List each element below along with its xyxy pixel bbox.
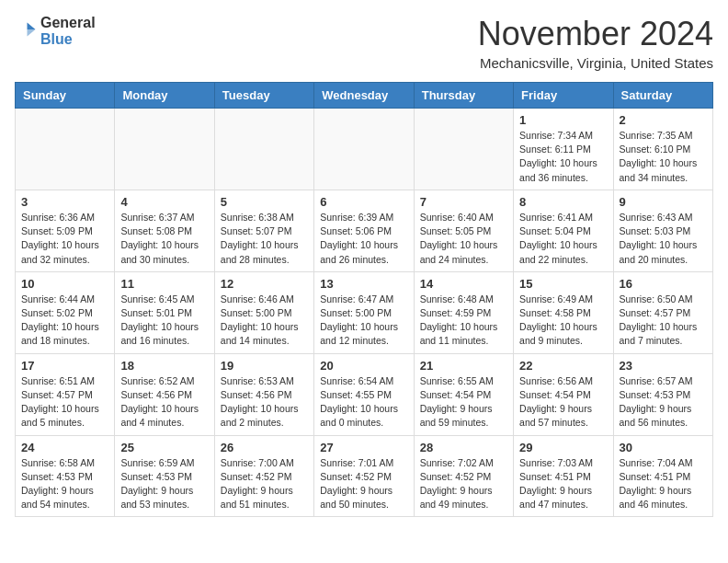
day-info: Sunrise: 7:34 AMSunset: 6:11 PMDaylight:…	[519, 129, 607, 185]
month-title: November 2024	[478, 15, 713, 53]
logo-general: General	[40, 15, 96, 31]
calendar-cell: 10Sunrise: 6:44 AMSunset: 5:02 PMDayligh…	[16, 271, 115, 353]
day-info: Sunrise: 6:37 AMSunset: 5:08 PMDaylight:…	[120, 211, 208, 267]
calendar-cell: 20Sunrise: 6:54 AMSunset: 4:55 PMDayligh…	[314, 353, 414, 435]
calendar-cell: 13Sunrise: 6:47 AMSunset: 5:00 PMDayligh…	[314, 271, 414, 353]
calendar-cell: 29Sunrise: 7:03 AMSunset: 4:51 PMDayligh…	[514, 435, 613, 517]
logo-blue: Blue	[40, 31, 96, 48]
svg-marker-0	[28, 22, 36, 29]
location: Mechanicsville, Virginia, United States	[478, 55, 713, 71]
calendar-cell: 2Sunrise: 7:35 AMSunset: 6:10 PMDaylight…	[613, 109, 712, 190]
day-info: Sunrise: 6:47 AMSunset: 5:00 PMDaylight:…	[320, 293, 407, 349]
title-section: November 2024 Mechanicsville, Virginia, …	[478, 15, 713, 71]
day-info: Sunrise: 7:00 AMSunset: 4:52 PMDaylight:…	[221, 456, 308, 512]
calendar-cell: 28Sunrise: 7:02 AMSunset: 4:52 PMDayligh…	[414, 435, 513, 517]
day-info: Sunrise: 6:45 AMSunset: 5:01 PMDaylight:…	[120, 293, 208, 349]
day-number: 14	[420, 277, 507, 291]
weekday-saturday: Saturday	[613, 83, 712, 109]
day-number: 26	[221, 441, 308, 454]
calendar-cell	[214, 109, 313, 190]
day-info: Sunrise: 7:02 AMSunset: 4:52 PMDaylight:…	[420, 456, 507, 512]
day-info: Sunrise: 6:43 AMSunset: 5:03 PMDaylight:…	[620, 211, 707, 267]
day-info: Sunrise: 6:49 AMSunset: 4:58 PMDaylight:…	[519, 293, 607, 349]
calendar-cell	[414, 109, 513, 190]
day-number: 6	[320, 195, 407, 209]
weekday-sunday: Sunday	[16, 83, 115, 109]
calendar-cell: 16Sunrise: 6:50 AMSunset: 4:57 PMDayligh…	[613, 271, 712, 353]
day-info: Sunrise: 6:56 AMSunset: 4:54 PMDaylight:…	[519, 374, 607, 431]
day-number: 20	[320, 359, 407, 373]
day-info: Sunrise: 6:38 AMSunset: 5:07 PMDaylight:…	[221, 211, 308, 267]
day-number: 7	[420, 195, 507, 209]
calendar-cell: 11Sunrise: 6:45 AMSunset: 5:01 PMDayligh…	[115, 271, 214, 353]
day-info: Sunrise: 6:46 AMSunset: 5:00 PMDaylight:…	[221, 293, 308, 349]
day-info: Sunrise: 6:57 AMSunset: 4:53 PMDaylight:…	[620, 374, 707, 431]
day-number: 3	[21, 195, 108, 209]
calendar-table: SundayMondayTuesdayWednesdayThursdayFrid…	[15, 82, 713, 517]
logo-icon	[15, 18, 37, 40]
day-number: 28	[420, 441, 507, 454]
day-number: 22	[519, 359, 607, 373]
day-number: 1	[519, 113, 607, 127]
calendar-cell: 23Sunrise: 6:57 AMSunset: 4:53 PMDayligh…	[613, 353, 712, 435]
weekday-wednesday: Wednesday	[314, 83, 414, 109]
calendar-cell: 1Sunrise: 7:34 AMSunset: 6:11 PMDaylight…	[514, 109, 613, 190]
day-number: 5	[221, 195, 308, 209]
week-row-3: 10Sunrise: 6:44 AMSunset: 5:02 PMDayligh…	[16, 271, 713, 353]
day-number: 29	[519, 441, 607, 454]
day-info: Sunrise: 6:52 AMSunset: 4:56 PMDaylight:…	[120, 374, 208, 431]
day-info: Sunrise: 6:59 AMSunset: 4:53 PMDaylight:…	[120, 456, 208, 512]
weekday-header-row: SundayMondayTuesdayWednesdayThursdayFrid…	[16, 83, 713, 109]
page-header: General Blue November 2024 Mechanicsvill…	[15, 15, 713, 71]
calendar-cell: 30Sunrise: 7:04 AMSunset: 4:51 PMDayligh…	[613, 435, 712, 517]
day-number: 15	[519, 277, 607, 291]
day-info: Sunrise: 6:50 AMSunset: 4:57 PMDaylight:…	[620, 293, 707, 349]
calendar-cell: 19Sunrise: 6:53 AMSunset: 4:56 PMDayligh…	[214, 353, 313, 435]
day-number: 27	[320, 441, 407, 454]
calendar-cell: 14Sunrise: 6:48 AMSunset: 4:59 PMDayligh…	[414, 271, 513, 353]
day-info: Sunrise: 6:41 AMSunset: 5:04 PMDaylight:…	[519, 211, 607, 267]
day-info: Sunrise: 7:04 AMSunset: 4:51 PMDaylight:…	[620, 456, 707, 512]
day-info: Sunrise: 6:44 AMSunset: 5:02 PMDaylight:…	[21, 293, 108, 349]
calendar-cell: 15Sunrise: 6:49 AMSunset: 4:58 PMDayligh…	[514, 271, 613, 353]
day-info: Sunrise: 7:35 AMSunset: 6:10 PMDaylight:…	[620, 129, 707, 185]
weekday-tuesday: Tuesday	[214, 83, 313, 109]
day-number: 23	[620, 359, 707, 373]
weekday-monday: Monday	[115, 83, 214, 109]
calendar-cell: 12Sunrise: 6:46 AMSunset: 5:00 PMDayligh…	[214, 271, 313, 353]
day-number: 11	[120, 277, 208, 291]
calendar-cell: 24Sunrise: 6:58 AMSunset: 4:53 PMDayligh…	[16, 435, 115, 517]
day-number: 9	[620, 195, 707, 209]
calendar-cell: 3Sunrise: 6:36 AMSunset: 5:09 PMDaylight…	[16, 190, 115, 271]
calendar-cell: 22Sunrise: 6:56 AMSunset: 4:54 PMDayligh…	[514, 353, 613, 435]
day-number: 24	[21, 441, 108, 454]
weekday-thursday: Thursday	[414, 83, 513, 109]
calendar-cell: 9Sunrise: 6:43 AMSunset: 5:03 PMDaylight…	[613, 190, 712, 271]
day-number: 8	[519, 195, 607, 209]
day-info: Sunrise: 6:58 AMSunset: 4:53 PMDaylight:…	[21, 456, 108, 512]
day-number: 10	[21, 277, 108, 291]
day-info: Sunrise: 6:40 AMSunset: 5:05 PMDaylight:…	[420, 211, 507, 267]
calendar-cell: 17Sunrise: 6:51 AMSunset: 4:57 PMDayligh…	[16, 353, 115, 435]
calendar-cell: 5Sunrise: 6:38 AMSunset: 5:07 PMDaylight…	[214, 190, 313, 271]
day-number: 16	[620, 277, 707, 291]
day-number: 19	[221, 359, 308, 373]
logo: General Blue	[15, 15, 96, 47]
day-info: Sunrise: 6:51 AMSunset: 4:57 PMDaylight:…	[21, 374, 108, 431]
day-info: Sunrise: 7:03 AMSunset: 4:51 PMDaylight:…	[519, 456, 607, 512]
day-info: Sunrise: 6:48 AMSunset: 4:59 PMDaylight:…	[420, 293, 507, 349]
calendar-cell: 7Sunrise: 6:40 AMSunset: 5:05 PMDaylight…	[414, 190, 513, 271]
day-number: 13	[320, 277, 407, 291]
week-row-4: 17Sunrise: 6:51 AMSunset: 4:57 PMDayligh…	[16, 353, 713, 435]
day-info: Sunrise: 6:36 AMSunset: 5:09 PMDaylight:…	[21, 211, 108, 267]
svg-marker-1	[28, 29, 36, 37]
day-info: Sunrise: 6:54 AMSunset: 4:55 PMDaylight:…	[320, 374, 407, 431]
day-number: 30	[620, 441, 707, 454]
calendar-cell	[314, 109, 414, 190]
calendar-cell: 6Sunrise: 6:39 AMSunset: 5:06 PMDaylight…	[314, 190, 414, 271]
day-number: 21	[420, 359, 507, 373]
calendar-cell: 8Sunrise: 6:41 AMSunset: 5:04 PMDaylight…	[514, 190, 613, 271]
calendar-cell: 4Sunrise: 6:37 AMSunset: 5:08 PMDaylight…	[115, 190, 214, 271]
calendar-cell: 21Sunrise: 6:55 AMSunset: 4:54 PMDayligh…	[414, 353, 513, 435]
weekday-friday: Friday	[514, 83, 613, 109]
